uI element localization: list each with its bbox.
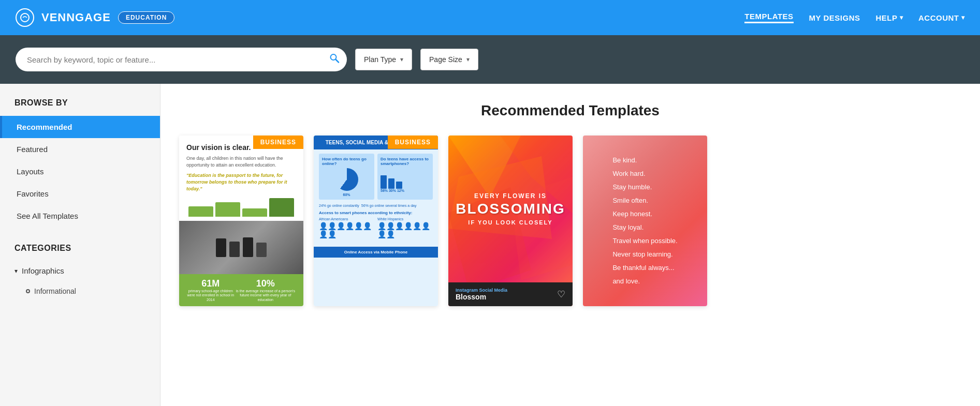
category-infographics[interactable]: ▾ Infographics — [0, 260, 160, 281]
nav-right: TEMPLATES MY DESIGNS HELP ▾ ACCOUNT ▾ — [744, 12, 964, 23]
page-size-chevron-icon: ▾ — [466, 56, 470, 63]
card3-footer-info: Instagram Social Media Blossom — [456, 288, 507, 301]
account-chevron-icon: ▾ — [961, 14, 965, 21]
card3-every: EVERY FLOWER IS — [474, 192, 547, 200]
card1-photo-inner — [179, 221, 303, 274]
card3-text-area: EVERY FLOWER IS BLOSSOMING IF YOU LOOK C… — [448, 136, 573, 282]
search-wrapper — [16, 48, 347, 71]
nav-account[interactable]: ACCOUNT ▾ — [918, 13, 964, 22]
card1-bar-chart — [186, 196, 296, 217]
page-size-filter[interactable]: Page Size ▾ — [420, 49, 478, 70]
card1-stat1-num: 61M — [186, 278, 235, 289]
card4-body: Be kind. Work hard. Stay humble. Smile o… — [583, 136, 707, 306]
card2-badge: BUSINESS — [388, 136, 438, 149]
browse-by-title: BROWSE BY — [0, 98, 160, 116]
card2-content: How often do teens go online? 60% Do tee… — [314, 149, 438, 247]
infographics-chevron-icon: ▾ — [14, 267, 18, 275]
plan-type-label: Plan Type — [364, 55, 396, 64]
card1-photo — [179, 221, 303, 274]
card1-stat2-label: is the average increase of a person's fu… — [235, 289, 296, 302]
card2-col2: Do teens have access to smartphones? 58%… — [377, 154, 433, 200]
sidebar-item-favorites[interactable]: Favorites — [0, 183, 160, 205]
logo-text: VENNGAGE — [41, 11, 111, 24]
card2-bottom-label: Online Access via Mobile Phone — [314, 247, 438, 258]
categories-title: CATEGORIES — [0, 236, 160, 260]
card3-footer-title: Blossom — [456, 293, 507, 301]
card1-stat1-label: primary school-age children were not enr… — [186, 289, 235, 302]
categories-section: CATEGORIES ▾ Infographics Informational — [0, 236, 160, 301]
content-area: Recommended Templates BUSINESS Our visio… — [160, 84, 980, 406]
card2-row1: How often do teens go online? 60% Do tee… — [319, 154, 433, 200]
card1-quote: "Education is the passport to the future… — [186, 172, 296, 192]
bar-1 — [188, 206, 213, 217]
card1-stat1: 61M primary school-age children were not… — [186, 278, 235, 302]
top-nav: VENNGAGE EDUCATION TEMPLATES MY DESIGNS … — [0, 0, 980, 35]
card2-people: Access to smart phones according to ethn… — [319, 210, 433, 238]
bar-4 — [269, 198, 294, 217]
card1-bottom: 61M primary school-age children were not… — [179, 274, 303, 306]
card3-footer: Instagram Social Media Blossom ♡ — [448, 282, 573, 306]
subcategory-informational[interactable]: Informational — [0, 281, 160, 301]
card1-stat2: 10% is the average increase of a person'… — [235, 278, 296, 302]
nav-my-designs[interactable]: MY DESIGNS — [809, 13, 860, 22]
card1-stat2-num: 10% — [235, 278, 296, 289]
card2-col1: How often do teens go online? 60% — [319, 154, 374, 200]
search-button[interactable] — [329, 53, 340, 66]
card3-subtitle: IF YOU LOOK CLOSELY — [468, 219, 552, 225]
bullet-icon — [26, 289, 30, 293]
help-chevron-icon: ▾ — [900, 14, 903, 21]
sidebar-item-featured[interactable]: Featured — [0, 138, 160, 160]
sidebar-item-recommended[interactable]: Recommended — [0, 116, 160, 138]
template-card-1[interactable]: BUSINESS Our vision is clear. One day, a… — [179, 136, 303, 306]
nav-help[interactable]: HELP ▾ — [875, 13, 903, 22]
sidebar-item-see-all[interactable]: See All Templates — [0, 205, 160, 227]
plan-type-chevron-icon: ▾ — [400, 56, 403, 63]
template-card-4[interactable]: Be kind. Work hard. Stay humble. Smile o… — [583, 136, 707, 306]
bar-3 — [242, 208, 267, 217]
card2-col1-title: How often do teens go online? — [322, 157, 371, 166]
card2-col2-title: Do teens have access to smartphones? — [381, 157, 430, 166]
heart-icon[interactable]: ♡ — [557, 289, 565, 300]
search-area: Plan Type ▾ Page Size ▾ — [0, 35, 980, 84]
template-card-3[interactable]: EVERY FLOWER IS BLOSSOMING IF YOU LOOK C… — [448, 136, 573, 306]
edu-badge: EDUCATION — [118, 11, 174, 24]
card3-blossom: BLOSSOMING — [456, 202, 565, 216]
logo-icon — [16, 8, 34, 27]
bar-2 — [215, 202, 240, 217]
card3-body: EVERY FLOWER IS BLOSSOMING IF YOU LOOK C… — [448, 136, 573, 306]
nav-left: VENNGAGE EDUCATION — [16, 8, 174, 27]
sidebar: BROWSE BY Recommended Featured Layouts F… — [0, 84, 160, 406]
page-title: Recommended Templates — [179, 102, 961, 119]
card2-body: TEENS, SOCIAL MEDIA & TECHNOLOGY How oft… — [314, 136, 438, 306]
card1-subtext: One day, all children in this nation wil… — [186, 155, 296, 168]
templates-grid: BUSINESS Our vision is clear. One day, a… — [179, 136, 961, 306]
sidebar-item-layouts[interactable]: Layouts — [0, 160, 160, 183]
svg-point-0 — [21, 13, 29, 22]
search-input[interactable] — [16, 48, 347, 71]
card1-badge: BUSINESS — [253, 136, 303, 149]
card3-footer-label: Instagram Social Media — [456, 288, 507, 293]
template-card-2[interactable]: BUSINESS TEENS, SOCIAL MEDIA & TECHNOLOG… — [314, 136, 438, 306]
card2-stats: 24% go online constantly 56% go online s… — [319, 204, 433, 207]
nav-templates[interactable]: TEMPLATES — [744, 12, 793, 23]
plan-type-filter[interactable]: Plan Type ▾ — [355, 49, 412, 70]
main-layout: BROWSE BY Recommended Featured Layouts F… — [0, 84, 980, 406]
card1-body: Our vision is clear. One day, all childr… — [179, 136, 303, 306]
card4-quote-text: Be kind. Work hard. Stay humble. Smile o… — [612, 154, 677, 288]
page-size-label: Page Size — [429, 55, 462, 64]
svg-line-2 — [336, 59, 339, 63]
